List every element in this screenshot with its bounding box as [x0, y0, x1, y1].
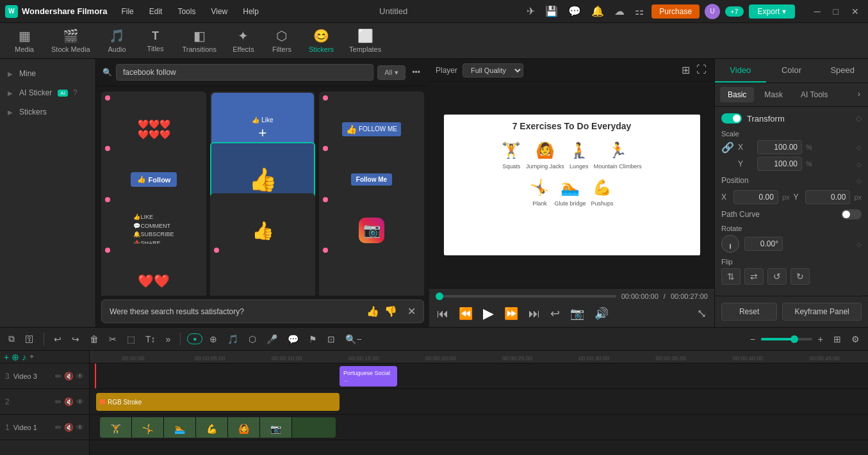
minimize-button[interactable]: ─: [810, 5, 824, 18]
sticker-item-hearts2[interactable]: ❤️❤️: [101, 244, 206, 296]
clip-video1-content[interactable]: 🏋️ 🤸 🏊 💪 🙆 📷: [96, 417, 340, 438]
save-icon[interactable]: 💾: [543, 3, 561, 20]
video1-hide-icon[interactable]: 👁: [76, 423, 84, 432]
menu-file[interactable]: File: [117, 4, 137, 19]
add-overlay-button[interactable]: ⊕: [12, 352, 19, 362]
zoom-slider-track[interactable]: [761, 338, 812, 340]
tool-stickers[interactable]: 😊 Stickers: [302, 24, 340, 57]
add-media-button[interactable]: +: [4, 352, 9, 362]
snapshot-button[interactable]: 📷: [569, 305, 585, 322]
transform-toggle[interactable]: [721, 113, 742, 124]
zoom-out-button[interactable]: 🔍−: [342, 332, 364, 346]
video3-hide-icon[interactable]: 👁: [76, 372, 84, 381]
video2-hide-icon[interactable]: 👁: [76, 397, 84, 406]
scrubber-thumb[interactable]: [436, 292, 443, 300]
more-controls-button[interactable]: ⤡: [696, 305, 708, 322]
add-audio-track-button[interactable]: ♪: [22, 352, 26, 362]
tool-stock-media[interactable]: 🎬 Stock Media: [45, 24, 97, 57]
play-button[interactable]: ▶: [482, 304, 495, 323]
bell-icon[interactable]: 🔔: [589, 3, 607, 20]
clip-portuguese-social[interactable]: Portuguese Social ...: [340, 366, 397, 387]
tool-transitions[interactable]: ◧ Transitions: [176, 24, 223, 57]
tool-media[interactable]: ▦ Media: [6, 24, 42, 57]
search-input[interactable]: [116, 64, 373, 81]
video1-mute-icon[interactable]: 🔇: [64, 423, 74, 432]
redo-button[interactable]: ↪: [69, 332, 83, 346]
scrubber-bar[interactable]: [436, 295, 616, 298]
scale-y-input[interactable]: [757, 157, 802, 171]
close-button[interactable]: ✕: [848, 5, 863, 18]
pos-x-input[interactable]: [733, 190, 778, 204]
record-button[interactable]: 🎤: [263, 332, 281, 346]
video2-edit-icon[interactable]: ✏: [55, 397, 61, 406]
video3-edit-icon[interactable]: ✏: [55, 372, 61, 381]
crop-button[interactable]: ⬚: [124, 332, 138, 346]
scale-link-icon[interactable]: 🔗: [721, 141, 734, 154]
nav-mine[interactable]: ▶ Mine: [0, 64, 95, 83]
clip-rgb-stroke[interactable]: RGB Stroke: [96, 393, 340, 411]
marker-button[interactable]: ⚑: [306, 332, 320, 346]
fullscreen-icon[interactable]: ⛶: [695, 63, 708, 77]
skip-to-end-button[interactable]: ⏭: [527, 306, 541, 322]
video2-mute-icon[interactable]: 🔇: [64, 397, 74, 406]
filter-dropdown[interactable]: All ▾: [377, 65, 405, 80]
grid-view-icon[interactable]: ⊞: [680, 63, 691, 77]
ai-help-icon[interactable]: ?: [73, 88, 78, 97]
zoom-thumb[interactable]: [790, 335, 798, 343]
reset-button[interactable]: Reset: [721, 303, 777, 321]
rotate-keyframe-icon[interactable]: ◇: [856, 241, 862, 248]
tool-audio[interactable]: 🎵 Audio: [99, 24, 135, 57]
scale-y-keyframe-icon[interactable]: ◇: [856, 161, 862, 168]
tool-templates[interactable]: ⬜ Templates: [343, 24, 388, 57]
more-options-button[interactable]: •••: [409, 65, 423, 79]
menu-help[interactable]: Help: [239, 4, 263, 19]
tool-titles[interactable]: T Titles: [138, 26, 174, 56]
scale-x-keyframe-icon[interactable]: ◇: [856, 144, 862, 151]
rotate-dial[interactable]: [721, 235, 739, 253]
overlay-button[interactable]: ⊕: [206, 332, 220, 346]
position-keyframe-icon[interactable]: ◇: [856, 177, 862, 184]
send-icon[interactable]: ✈: [524, 3, 537, 20]
menu-edit[interactable]: Edit: [145, 4, 167, 19]
zoom-minus-button[interactable]: −: [747, 332, 758, 346]
rotate-input[interactable]: [744, 237, 783, 251]
tool-filters[interactable]: ⬡ Filters: [264, 24, 300, 57]
flip-vertical-button[interactable]: ⇄: [744, 268, 764, 285]
chat-icon[interactable]: 💬: [566, 3, 584, 20]
flip-cw-button[interactable]: ↻: [790, 268, 810, 285]
undo-button[interactable]: ↩: [51, 332, 65, 346]
flip-horizontal-button[interactable]: ⇅: [721, 268, 741, 285]
tab-video[interactable]: Video: [715, 59, 766, 83]
step-forward-button[interactable]: ⏩: [503, 305, 520, 322]
snap-button[interactable]: ⚿: [22, 332, 37, 346]
ai-cut-button[interactable]: ●: [187, 333, 202, 344]
text-button[interactable]: T↕: [142, 332, 159, 346]
layout-button[interactable]: ⊞: [830, 332, 844, 346]
tool-effects[interactable]: ✦ Effects: [225, 24, 261, 57]
scale-x-input[interactable]: [757, 140, 802, 154]
zoom-plus-button[interactable]: +: [815, 332, 826, 346]
close-satisfaction-button[interactable]: ✕: [407, 305, 416, 317]
purchase-button[interactable]: Purchase: [651, 4, 700, 19]
thumbnail-button[interactable]: ⊡: [324, 332, 338, 346]
skip-to-start-button[interactable]: ⏮: [436, 306, 450, 322]
thumbsup-feedback-icon[interactable]: 👍: [366, 305, 379, 317]
nav-stickers[interactable]: ▶ Stickers: [0, 102, 95, 122]
export-button[interactable]: Export ▾: [749, 4, 795, 19]
sticker-item-row4-2[interactable]: [210, 244, 315, 296]
nav-ai-sticker[interactable]: ▶ AI Sticker AI ?: [0, 83, 95, 102]
keyframe-panel-button[interactable]: Keyframe Panel: [782, 303, 862, 321]
settings-tl-button[interactable]: ⚙: [848, 332, 863, 346]
tab-color[interactable]: Color: [766, 59, 817, 83]
menu-tools[interactable]: Tools: [174, 4, 199, 19]
subtab-basic[interactable]: Basic: [720, 87, 754, 102]
video1-edit-icon[interactable]: ✏: [55, 423, 61, 432]
video3-mute-icon[interactable]: 🔇: [64, 372, 74, 381]
thumbsdown-feedback-icon[interactable]: 👎: [384, 305, 397, 317]
subtab-mask[interactable]: Mask: [757, 87, 790, 102]
flip-ccw-button[interactable]: ↺: [767, 268, 787, 285]
delete-button[interactable]: 🗑: [86, 332, 102, 346]
loop-button[interactable]: ↩: [549, 305, 561, 322]
pos-y-input[interactable]: [805, 190, 850, 204]
maximize-button[interactable]: □: [830, 5, 842, 18]
